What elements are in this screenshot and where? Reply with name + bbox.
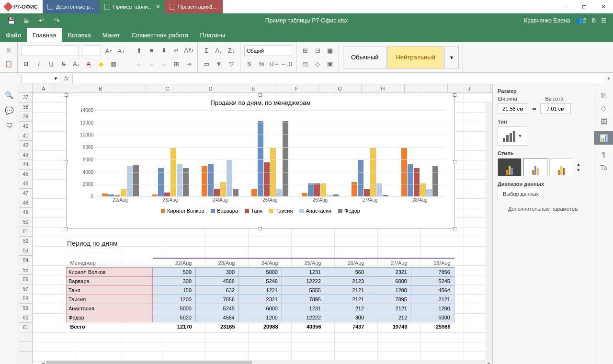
- menu-Плагины[interactable]: Плагины: [194, 28, 231, 42]
- clear-icon[interactable]: ◇: [313, 59, 322, 68]
- currency-icon[interactable]: $: [244, 59, 254, 69]
- row-header[interactable]: 53: [19, 246, 32, 256]
- fx-icon[interactable]: fx: [60, 74, 73, 83]
- resize-handle[interactable]: [65, 160, 68, 163]
- italic-icon[interactable]: I: [34, 59, 44, 69]
- row-header[interactable]: 48: [19, 198, 32, 208]
- image-settings-icon[interactable]: 🖼: [601, 118, 607, 125]
- row-header[interactable]: 43: [19, 150, 32, 160]
- menu-Совместная работа[interactable]: Совместная работа: [126, 28, 194, 42]
- row-header[interactable]: 57: [19, 284, 32, 294]
- orientation-icon[interactable]: A↻: [184, 46, 193, 56]
- row-header[interactable]: 47: [19, 189, 32, 198]
- column-header[interactable]: F: [275, 84, 318, 92]
- resize-handle[interactable]: [259, 93, 262, 97]
- open-location-icon[interactable]: ⎘: [592, 17, 595, 24]
- filter-icon[interactable]: ▼: [214, 59, 224, 68]
- row-header[interactable]: 56: [19, 275, 32, 284]
- row-header[interactable]: 37: [19, 93, 32, 102]
- textart-settings-icon[interactable]: Ta: [600, 164, 607, 171]
- style-normal[interactable]: Обычный: [343, 46, 386, 69]
- font-color-icon[interactable]: A: [84, 59, 93, 69]
- align-middle-icon[interactable]: ≡: [147, 46, 156, 56]
- underline-icon[interactable]: U: [46, 59, 56, 69]
- decimal-dec-icon[interactable]: ←.0: [282, 59, 291, 69]
- menu-Главная[interactable]: Главная: [27, 28, 62, 42]
- conditional-format-icon[interactable]: ▦: [325, 46, 335, 56]
- sort-desc-icon[interactable]: Z↓: [227, 46, 236, 56]
- row-header[interactable]: 61: [19, 323, 32, 332]
- strike-icon[interactable]: S̶: [59, 59, 68, 69]
- row-header[interactable]: 52: [19, 237, 32, 246]
- style-more[interactable]: ▾: [444, 46, 459, 69]
- row-header[interactable]: 40: [19, 122, 32, 131]
- save-icon[interactable]: 💾: [7, 16, 15, 25]
- align-top-icon[interactable]: ⬆: [134, 46, 144, 56]
- share-icon[interactable]: 👥2: [576, 17, 586, 24]
- align-right-icon[interactable]: ≡: [159, 59, 169, 68]
- menu-icon[interactable]: ☰: [601, 17, 606, 24]
- clear-filter-icon[interactable]: ▽: [227, 59, 236, 68]
- row-header[interactable]: 60: [19, 313, 32, 323]
- name-box[interactable]: ▼: [21, 74, 60, 83]
- horizontal-scrollbar[interactable]: ◀ ▶: [46, 360, 486, 364]
- sum-icon[interactable]: Σ: [202, 46, 211, 56]
- column-header[interactable]: A: [33, 84, 55, 92]
- menu-Макет[interactable]: Макет: [97, 28, 126, 42]
- column-header[interactable]: D: [189, 84, 232, 92]
- row-header[interactable]: 44: [19, 160, 32, 170]
- row-header[interactable]: 39: [19, 112, 32, 122]
- column-header[interactable]: G: [318, 84, 362, 92]
- indent-icon[interactable]: ⇥: [184, 59, 193, 68]
- print-icon[interactable]: 🖶: [22, 16, 31, 25]
- align-center-icon[interactable]: ≡: [147, 59, 156, 68]
- font-family-select[interactable]: [22, 46, 79, 56]
- resize-handle[interactable]: [65, 93, 68, 97]
- decrease-font-icon[interactable]: A↓: [116, 46, 126, 56]
- row-header[interactable]: 38: [19, 102, 32, 112]
- column-header[interactable]: C: [146, 84, 189, 92]
- width-input[interactable]: [498, 103, 528, 114]
- row-header[interactable]: 51: [19, 227, 32, 237]
- style-neutral[interactable]: Нейтральный: [387, 46, 443, 69]
- fill-color-icon[interactable]: ◆: [96, 59, 106, 69]
- delete-cells-icon[interactable]: ⊟: [313, 46, 322, 56]
- file-tab[interactable]: Презентация1…: [165, 0, 223, 13]
- row-header[interactable]: 59: [19, 304, 32, 313]
- style-down[interactable]: ▼: [575, 168, 582, 172]
- align-bottom-icon[interactable]: ⬇: [159, 46, 169, 56]
- percent-icon[interactable]: %: [257, 59, 266, 69]
- named-range-icon[interactable]: ▭: [202, 59, 211, 68]
- row-header[interactable]: 42: [19, 141, 32, 150]
- column-header[interactable]: E: [232, 84, 275, 92]
- row-header[interactable]: 45: [19, 170, 32, 179]
- row-header[interactable]: [19, 332, 32, 342]
- menu-file[interactable]: Файл: [0, 28, 27, 42]
- cell-format-icon[interactable]: ▣: [325, 59, 335, 68]
- file-tab[interactable]: Десктопные р…: [43, 0, 100, 13]
- search-icon[interactable]: 🔍: [5, 91, 14, 100]
- chart-style-2[interactable]: [523, 158, 547, 176]
- resize-handle[interactable]: [65, 227, 68, 230]
- close-icon[interactable]: ×: [156, 3, 160, 11]
- chart-type-select[interactable]: ▼: [498, 126, 527, 146]
- row-headers[interactable]: 3738394041424344454647484950515253545556…: [19, 93, 33, 364]
- column-header[interactable]: I: [405, 84, 448, 92]
- chart-object[interactable]: Продажи по дням, по менеджерам 020004000…: [66, 95, 455, 229]
- chart-style-1[interactable]: [498, 158, 522, 176]
- formula-expand[interactable]: ▼: [604, 76, 613, 81]
- height-input[interactable]: [540, 103, 571, 114]
- sort-asc-icon[interactable]: A↓: [214, 46, 224, 56]
- comments-icon[interactable]: 💬: [5, 106, 14, 115]
- column-header[interactable]: H: [362, 84, 405, 92]
- row-header[interactable]: 54: [19, 256, 32, 265]
- resize-handle[interactable]: [453, 93, 456, 97]
- increase-font-icon[interactable]: A↑: [104, 46, 114, 56]
- cell-grid[interactable]: Продажи по дням, по менеджерам 020004000…: [33, 93, 492, 364]
- subscript-icon[interactable]: A₂: [71, 59, 81, 69]
- chat-icon[interactable]: 🗨: [6, 122, 13, 130]
- advanced-link[interactable]: Дополнительные параметры: [498, 206, 589, 212]
- redo-icon[interactable]: ↷: [53, 16, 61, 25]
- menu-Вставка[interactable]: Вставка: [62, 28, 96, 42]
- column-header[interactable]: J: [448, 84, 491, 92]
